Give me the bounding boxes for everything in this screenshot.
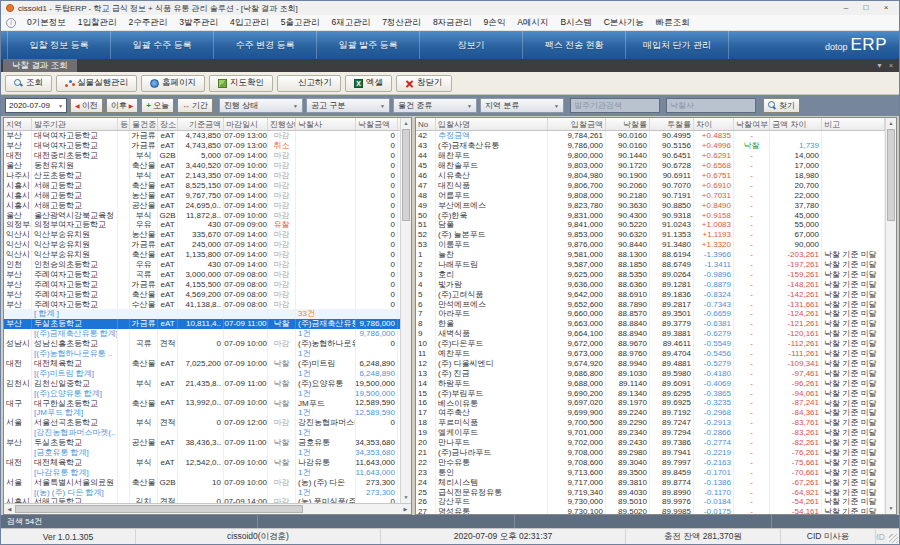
column-header[interactable]: 장소 (158, 118, 178, 130)
range-button[interactable]: ↔기간 (177, 98, 213, 113)
scrollbar-thumb[interactable] (15, 505, 303, 513)
column-header[interactable]: 진행상태 (268, 118, 296, 130)
quick-toolbar-item-4[interactable]: 장보기 (420, 31, 523, 59)
action-button-2[interactable]: 홈페이지 (141, 75, 205, 92)
table-row[interactable]: 인천인천승의초등학교우유eAT43007-09 14:00마감0 (4, 260, 400, 270)
table-row[interactable]: 부산주례여자고등학교축산물eAT4,569,20007-09 08:00마감0 (4, 289, 400, 299)
filter-select-2[interactable]: 물건 종류▼ (393, 98, 477, 113)
table-row[interactable]: [(농) (주) 다온 합계]1건273,300 (4, 487, 400, 497)
menu-item-2[interactable]: 2수주관리 (122, 15, 173, 31)
table-row[interactable]: 8한울9,663,00088.884089.3779-0.6381--121,2… (416, 319, 885, 329)
table-row[interactable]: 15(주)부림푸드9,690,20089.134089.6295-0.3865-… (416, 388, 885, 398)
scroll-up-icon[interactable]: ▲ (886, 118, 896, 129)
minimize-button[interactable]: – (838, 2, 854, 14)
column-header[interactable]: 낙찰여부 (734, 118, 770, 130)
table-row[interactable]: 17여주축산9,699,90089.224089.7192-0.2968--84… (416, 408, 885, 418)
column-header[interactable]: 낙찰률 (606, 118, 650, 130)
column-header[interactable]: 발주기관 (32, 118, 118, 130)
table-row[interactable]: [나감유통 합계]1건11,643,000 (4, 467, 400, 477)
column-header[interactable]: 낙찰사 (296, 118, 356, 130)
quick-toolbar-item-3[interactable]: 일괄 발주 등록 (317, 31, 420, 59)
filter-select-1[interactable]: 공고 구분▼ (306, 98, 390, 113)
table-row[interactable]: [(주)요양유통 합계]1건19,500,000 (4, 388, 400, 398)
table-row[interactable]: 3호리9,625,00088.535089.0264-0.9896--159,2… (416, 269, 885, 279)
scrollbar-thumb[interactable] (887, 129, 895, 221)
right-vertical-scrollbar[interactable]: ▲ ▼ (885, 118, 896, 514)
menu-item-0[interactable]: 0기본정보 (21, 15, 72, 31)
menu-item-4[interactable]: 4입고관리 (224, 15, 275, 31)
menu-item-3[interactable]: 3발주관리 (173, 15, 224, 31)
menu-item-7[interactable]: 7정산관리 (376, 15, 427, 31)
filter-select-0[interactable]: 진행 상태▼ (219, 98, 303, 113)
column-header[interactable]: 지역 (4, 118, 32, 130)
table-row[interactable]: 익산시익산부송유치원농산물eAT335,67007-09 14:00마감0 (4, 230, 400, 240)
scroll-down-icon[interactable]: ▼ (401, 492, 411, 503)
table-row[interactable]: 성남시성남신흥초등학교곡류견적007-09 10:00마감(주)농협하나로유통 … (4, 339, 400, 349)
column-header[interactable]: No (416, 118, 436, 130)
table-row[interactable]: 5(주)고려식품9,642,00088.691089.1836-0.8324--… (416, 289, 885, 299)
quick-toolbar-item-6[interactable]: 매입처 단가 관리 (626, 31, 729, 59)
winner-search-input[interactable] (666, 98, 756, 113)
table-row[interactable]: [강진농협파머스마켓(..1건 (4, 428, 400, 438)
scroll-up-icon[interactable]: ▲ (401, 118, 411, 129)
close-button[interactable]: × (878, 2, 894, 14)
table-row[interactable]: 부산주례여자고등학교가금류eAT4,155,50007-09 08:00마감0 (4, 279, 400, 289)
table-row[interactable]: 2나래푸드림9,587,00088.185088.6749-1.3411--19… (416, 260, 885, 270)
next-day-button[interactable]: 이후▶ (106, 98, 139, 113)
table-row[interactable]: 43(주)금재축산유통9,786,00090.016090.5156+0.499… (416, 141, 885, 151)
menu-item-12[interactable]: C본사기능 (598, 15, 650, 31)
table-row[interactable]: [ 합계 ]33건 (4, 309, 400, 319)
tab-close-icon[interactable]: × (889, 62, 893, 69)
column-header[interactable]: 금액 차이 (770, 118, 822, 130)
table-row[interactable]: 47대진식품9,806,70090.206090.7070+0.6910-20,… (416, 180, 885, 190)
left-vertical-scrollbar[interactable]: ▲ ▼ (400, 118, 411, 503)
prev-day-button[interactable]: ◀이전 (70, 98, 103, 113)
table-row[interactable]: 6만석에프에스9,652,60088.789089.2817-0.7343--1… (416, 299, 885, 309)
table-row[interactable]: 24체리시스템9,717,00089.381089.8774-0.1386--6… (416, 477, 885, 487)
scroll-down-icon[interactable]: ▼ (886, 503, 896, 514)
column-header[interactable]: 차이 (694, 118, 734, 130)
maximize-button[interactable]: □ (858, 2, 874, 14)
menu-item-1[interactable]: 1입찰관리 (72, 15, 123, 31)
menu-item-11[interactable]: B시스템 (555, 15, 598, 31)
table-row[interactable]: [(주)농협하나로유통 ..1건 (4, 349, 400, 359)
table-row[interactable]: 25급식전문유정유통9,719,34089.403089.8990-0.1170… (416, 487, 885, 497)
table-row[interactable]: 52(주) 늘본푸드9,853,00090.632091.1353+1.1193… (416, 230, 885, 240)
table-row[interactable]: [(주)금재축산유통 합계]1건9,786,000 (4, 329, 400, 339)
table-row[interactable]: 서울서울선곡초등학교부식견적007-09 12:00마감강진농협파머스마켓(no… (4, 418, 400, 428)
table-row[interactable]: [JM푸드 합계]1건12,589,590 (4, 408, 400, 418)
menu-item-6[interactable]: 6재고관리 (325, 15, 376, 31)
table-row[interactable]: 부산두실초등학교가금류eAT10,811,4..07-09 11:00낙찰(주)… (4, 319, 400, 329)
filter-select-3[interactable]: 지역 분류▼ (480, 98, 564, 113)
table-row[interactable]: 46시유축산9,804,98090.190090.6911+0.6751-18,… (416, 171, 885, 181)
action-button-4[interactable]: 신고하기 (277, 75, 341, 92)
column-header[interactable]: 마감일시 (224, 118, 268, 130)
table-row[interactable]: 익산시익산부송유치원축산물eAT1,135,80007-09 14:00마감0 (4, 250, 400, 260)
table-row[interactable]: 19엘케이푸드9,701,00089.234089.7294-0.2866--8… (416, 428, 885, 438)
table-row[interactable]: [금호유통 합계]1건34,353,680 (4, 448, 400, 458)
action-button-6[interactable]: 창닫기 (396, 75, 452, 92)
column-header[interactable]: 등록 (118, 118, 130, 130)
table-row[interactable]: 48어름푸드9,808,00090.218090.7191+0.7031-22,… (416, 190, 885, 200)
table-row[interactable]: 20만나푸드9,702,00089.243089.7386-0.2774--82… (416, 438, 885, 448)
table-row[interactable]: 대전대전중리초등학교부식G2B5,00007-09 14:00마감0 (4, 151, 400, 161)
chevron-down-icon[interactable]: ▼ (876, 62, 883, 69)
action-button-0[interactable]: 조회 (5, 75, 52, 92)
table-row[interactable]: 44해찬푸드9,800,00090.144090.6451+0.6291-14,… (416, 151, 885, 161)
table-row[interactable]: 서울서울특별시서울의료원축산물G2B1007-09 10:00마감(농) (주)… (4, 477, 400, 487)
action-button-1[interactable]: 실물실행관리 (56, 75, 137, 92)
table-row[interactable]: 울산동천유치원축산물eAT3,440,52007-09 10:00마감0 (4, 161, 400, 171)
table-row[interactable]: 11예찬푸드9,673,00088.976089.4704-0.5456--11… (416, 349, 885, 359)
table-row[interactable]: 김천시김천신일중학교부식eAT21,435,8..07-09 11:00낙찰(주… (4, 378, 400, 388)
column-header[interactable]: 낙찰금액 (356, 118, 398, 130)
menu-item-5[interactable]: 5출고관리 (275, 15, 326, 31)
scroll-right-icon[interactable]: ▶ (400, 504, 411, 514)
table-row[interactable]: 23통인9,713,60089.350089.8459-0.1701--70,6… (416, 467, 885, 477)
column-header[interactable]: 비고 (822, 118, 885, 130)
resize-grip[interactable] (889, 534, 898, 543)
column-header[interactable]: 입찰금액 (548, 118, 606, 130)
column-header[interactable]: 투찰률 (650, 118, 694, 130)
table-row[interactable]: 대전대전체육학교부식eAT12,542,0..07-09 10:00낙찰나감유통… (4, 457, 400, 467)
table-row[interactable]: 1늘찬9,581,00088.130088.6194-1.3966--203,2… (416, 250, 885, 260)
table-row[interactable]: 부산주례여자고등학교수산물eAT41,138,8..07-09 08:00마감0 (4, 299, 400, 309)
